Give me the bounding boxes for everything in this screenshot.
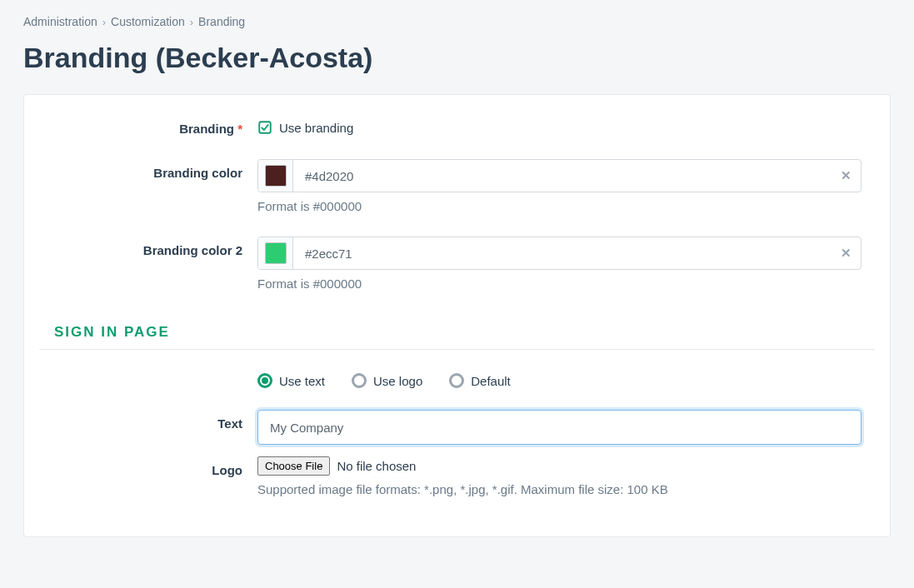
logo-label: Logo — [39, 456, 257, 477]
branding-color-label: Branding color — [39, 159, 257, 180]
radio-icon — [257, 373, 272, 388]
checkbox-checked-icon[interactable] — [257, 120, 272, 135]
logo-help-text: Supported image file formats: *.png, *.j… — [257, 482, 862, 496]
radio-icon — [352, 373, 367, 388]
breadcrumb-item-branding[interactable]: Branding — [198, 15, 245, 28]
use-branding-label: Use branding — [279, 121, 353, 135]
branding-color2-swatch-button[interactable] — [258, 237, 293, 269]
radio-label-default: Default — [471, 374, 511, 388]
chevron-right-icon: › — [102, 16, 106, 28]
chevron-right-icon: › — [190, 16, 193, 28]
svg-rect-0 — [259, 122, 271, 133]
branding-panel: Branding * Use branding Branding color — [23, 94, 891, 537]
branding-color-input-group: ✕ — [257, 159, 862, 192]
branding-color2-input[interactable] — [293, 237, 831, 269]
clear-icon[interactable]: ✕ — [831, 237, 861, 269]
branding-color-swatch-button[interactable] — [258, 160, 293, 192]
breadcrumb: Administration › Customization › Brandin… — [23, 15, 891, 28]
breadcrumb-item-administration[interactable]: Administration — [23, 15, 97, 28]
breadcrumb-item-customization[interactable]: Customization — [111, 15, 185, 28]
clear-icon[interactable]: ✕ — [831, 160, 861, 192]
branding-color-help: Format is #000000 — [257, 199, 862, 213]
section-title-sign-in: SIGN IN PAGE — [39, 324, 875, 349]
choose-file-button[interactable]: Choose File — [257, 456, 330, 476]
radio-use-logo[interactable]: Use logo — [352, 373, 422, 388]
color-swatch — [265, 165, 287, 187]
branding-label: Branding * — [39, 115, 257, 136]
sign-in-text-input[interactable] — [257, 410, 862, 445]
radio-use-text[interactable]: Use text — [257, 373, 325, 388]
divider — [39, 349, 875, 350]
page-title: Branding (Becker-Acosta) — [23, 42, 891, 74]
text-label: Text — [39, 410, 257, 431]
branding-color2-input-group: ✕ — [257, 237, 862, 270]
radio-label-use-text: Use text — [279, 374, 325, 388]
branding-color2-label: Branding color 2 — [39, 237, 257, 257]
radio-default[interactable]: Default — [449, 373, 511, 388]
radio-icon — [449, 373, 464, 388]
branding-color-input[interactable] — [293, 160, 831, 192]
no-file-chosen-text: No file chosen — [337, 459, 416, 473]
required-mark: * — [237, 122, 242, 136]
color-swatch — [265, 242, 287, 264]
branding-color2-help: Format is #000000 — [257, 277, 862, 291]
radio-label-use-logo: Use logo — [373, 374, 422, 388]
sign-in-mode-radio-group: Use text Use logo Default — [257, 370, 862, 388]
